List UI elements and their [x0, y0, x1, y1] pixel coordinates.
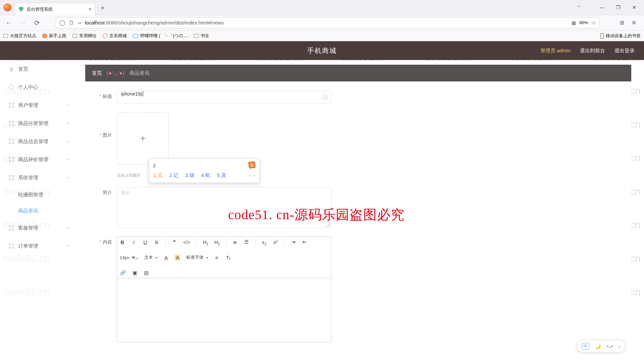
ime-candidate[interactable]: 1.几 — [153, 172, 163, 179]
extensions-icon[interactable]: ⊞ — [616, 17, 627, 28]
superscript-button[interactable]: x2 — [273, 239, 278, 245]
code-button[interactable]: </> — [183, 239, 191, 245]
app-title: 手机商城 — [307, 46, 337, 55]
bookmark-item[interactable]: 京东商城 — [103, 33, 127, 39]
folder-icon — [194, 34, 199, 38]
ime-candidate[interactable]: 2.记 — [169, 172, 179, 179]
indent-button[interactable]: ⇥ — [291, 239, 296, 245]
moon-icon[interactable]: 🌙 — [595, 343, 601, 349]
nav-reload-button[interactable]: ⟳ — [32, 17, 42, 28]
ime-status-bar[interactable]: 中 🌙 •ᴗ• › — [577, 340, 625, 353]
admin-link[interactable]: 管理员 admin — [540, 48, 571, 54]
title-label: 标题 — [92, 91, 117, 104]
bookmark-item[interactable]: 火狐官方站点 — [3, 33, 36, 39]
browser-tab[interactable]: 后台管理系统 × — [15, 3, 95, 15]
browser-titlebar: 后台管理系统 × + ˅ — ❐ ✕ — [0, 0, 644, 15]
ime-page-nav[interactable]: ‹› — [249, 173, 255, 178]
browser-address-bar: ← → ⟳ ◯ 🗋 ⊸ localhost:8080/shoujishangch… — [0, 15, 644, 31]
sidebar-item[interactable]: 轮播图管理 — [0, 187, 75, 203]
sidebar-item-label: 订单管理 — [18, 243, 38, 249]
sidebar-item[interactable]: 系统管理 — [0, 169, 75, 187]
grid-icon — [9, 157, 14, 162]
title-input[interactable]: iphone15ji ✕ — [117, 91, 331, 104]
sidebar-item[interactable]: 商品资讯 — [0, 203, 75, 219]
video-button[interactable]: ▤ — [144, 270, 149, 276]
ime-settings-icon[interactable]: •ᴗ• — [606, 343, 613, 349]
image-button[interactable]: ▣ — [132, 270, 138, 276]
clear-input-icon[interactable]: ✕ — [322, 95, 328, 100]
ime-candidate[interactable]: 3.级 — [185, 172, 195, 179]
bookmark-item[interactable]: 常用网址 — [72, 33, 97, 39]
sidebar-item[interactable]: 商品评价管理 — [0, 150, 75, 169]
block-format-select[interactable]: 文本▾ — [144, 254, 157, 260]
link-button[interactable]: 🔗 — [120, 270, 126, 276]
window-close-button[interactable]: ✕ — [627, 2, 642, 13]
sidebar-item-label: 首页 — [18, 66, 28, 72]
tabs-overflow-icon[interactable]: ˅ — [577, 5, 580, 12]
breadcrumb-home[interactable]: 首页 — [92, 70, 102, 76]
grid-icon — [9, 103, 14, 108]
firefox-logo-icon — [3, 3, 11, 11]
tab-close-icon[interactable]: × — [89, 7, 92, 12]
sidebar-item[interactable]: 首页 — [0, 60, 75, 78]
breadcrumb-separator-icon: (●'◡'●) — [107, 70, 125, 76]
url-field[interactable]: ◯ 🗋 ⊸ localhost:8080/shoujishangcheng/ad… — [56, 17, 600, 28]
window-minimize-button[interactable]: — — [594, 2, 610, 13]
sidebar-item[interactable]: 个人中心 — [0, 78, 75, 96]
jd-icon — [103, 34, 107, 38]
grid-icon — [9, 243, 14, 249]
font-family-select[interactable]: 标准字体▾ — [186, 254, 208, 260]
font-size-select[interactable]: 14px�یر — [120, 255, 138, 260]
logout-link[interactable]: 退出登录 — [614, 48, 635, 54]
italic-button[interactable]: I — [131, 239, 137, 245]
window-maximize-button[interactable]: ❐ — [610, 2, 626, 13]
house-icon — [9, 66, 14, 72]
sidebar-item[interactable]: 商品信息管理 — [0, 132, 75, 150]
sidebar-item[interactable]: 客服管理 — [0, 219, 75, 237]
align-button[interactable]: ≡ — [214, 255, 219, 260]
bullet-list-button[interactable]: ☰ — [244, 239, 249, 245]
subscript-button[interactable]: x2 — [262, 239, 267, 245]
new-tab-button[interactable]: + — [97, 3, 108, 13]
permissions-icon[interactable]: ⊸ — [77, 20, 82, 25]
zoom-badge[interactable]: 90% — [579, 20, 588, 25]
bg-color-button[interactable]: A — [175, 255, 180, 260]
ime-candidate[interactable]: 4.机 — [201, 172, 211, 179]
text-color-button[interactable]: A — [163, 255, 169, 260]
bookmark-star-icon[interactable]: ☆ — [591, 19, 596, 26]
strike-button[interactable]: S — [154, 239, 159, 245]
underline-button[interactable]: U — [143, 239, 148, 245]
h2-button[interactable]: H2 — [214, 239, 220, 245]
editor-body[interactable] — [117, 278, 331, 342]
menu-icon[interactable]: ≡ — [629, 17, 639, 28]
sidebar-item[interactable]: 用户管理 — [0, 96, 75, 114]
ordered-list-button[interactable]: ≣ — [232, 239, 238, 245]
qr-icon[interactable]: ▦ — [572, 20, 576, 25]
plus-icon: + — [140, 133, 146, 144]
ime-mode[interactable]: 中 — [582, 343, 589, 350]
clear-format-button[interactable]: Tx — [225, 255, 231, 260]
image-upload-box[interactable]: + — [117, 112, 169, 165]
watermark-banner: code51. cn-源码乐园盗图必究 — [228, 205, 405, 224]
ime-candidate-popup: ji S 1.几2.记3.级4.机5.及‹› — [149, 159, 260, 183]
nav-forward-button[interactable]: → — [17, 17, 28, 28]
to-front-link[interactable]: 退出到前台 — [580, 48, 605, 54]
mobile-bookmarks-button[interactable]: 移动设备上的书签 — [600, 33, 641, 39]
outdent-button[interactable]: ⇤ — [302, 239, 308, 245]
h1-button[interactable]: H1 — [203, 239, 208, 245]
sidebar-item-label: 商品信息管理 — [18, 138, 48, 145]
ime-candidate[interactable]: 5.及 — [217, 172, 226, 179]
sidebar-item[interactable]: 订单管理 — [0, 237, 75, 255]
bookmark-item[interactable]: 新手上路 — [42, 33, 66, 39]
page-info-icon[interactable]: 🗋 — [69, 20, 74, 26]
expand-icon[interactable]: › — [619, 344, 620, 349]
bilibili-icon — [133, 34, 138, 38]
sidebar-item[interactable]: 商品分类管理 — [0, 114, 75, 132]
bookmark-item[interactable]: 哔哩哔哩 ( ゜- ゜)つロ ... — [133, 33, 188, 39]
firefox-icon — [42, 34, 47, 38]
nav-back-button[interactable]: ← — [3, 17, 14, 28]
bold-button[interactable]: B — [120, 239, 125, 245]
quote-button[interactable]: ❝ — [172, 239, 177, 245]
bookmark-item[interactable]: 书生 — [194, 33, 209, 39]
rich-editor: B I U S ❝ </> H1 H2 ≣ ☰ x2 — [117, 237, 331, 342]
